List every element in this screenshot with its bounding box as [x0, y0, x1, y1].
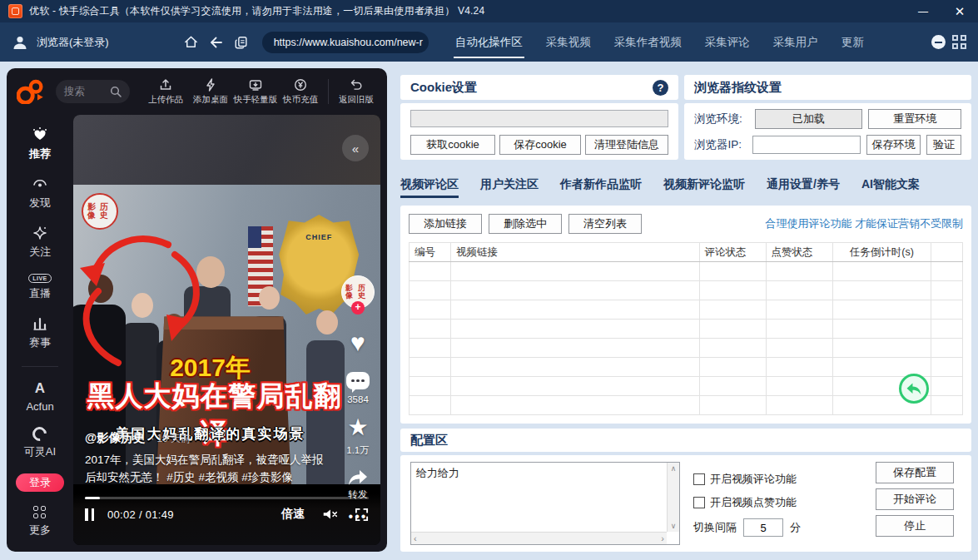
- save-cookie-button[interactable]: 保存cookie: [499, 135, 581, 155]
- sidebar-item-esports[interactable]: 赛事: [29, 315, 51, 350]
- video-player[interactable]: « CHIEF 影像 历史: [73, 115, 380, 545]
- qr-code-icon[interactable]: [952, 35, 966, 49]
- green-back-button[interactable]: [899, 374, 929, 404]
- close-button[interactable]: ✕: [941, 0, 978, 22]
- col-like-status[interactable]: 点赞状态: [766, 243, 832, 262]
- col-countdown[interactable]: 任务倒计时(s): [832, 243, 931, 262]
- more-options-icon[interactable]: •••: [349, 509, 368, 524]
- col-video-link[interactable]: 视频链接: [451, 243, 699, 262]
- fingerprint-section-body: 浏览环境: 已加载 重置环境 浏览器IP: 保存环境 验证: [684, 103, 971, 160]
- tab-collect-comment[interactable]: 采集评论: [693, 22, 762, 62]
- table-row[interactable]: [410, 262, 963, 281]
- login-button[interactable]: 登录: [16, 473, 64, 492]
- col-comment-status[interactable]: 评论状态: [699, 243, 766, 262]
- share-icon[interactable]: [347, 468, 369, 487]
- upload-icon: [159, 78, 172, 92]
- tab-ai-copywriting[interactable]: AI智能文案: [861, 173, 920, 200]
- kuaishou-lite-button[interactable]: 快手轻量版: [233, 78, 278, 106]
- tab-general-settings[interactable]: 通用设置/养号: [767, 173, 840, 200]
- minimize-button[interactable]: —: [905, 0, 941, 22]
- star-icon[interactable]: ★: [347, 416, 368, 439]
- kling-ai-icon: [30, 424, 50, 444]
- browser-account-label[interactable]: 浏览器(未登录): [37, 35, 109, 50]
- cookie-section-body: 获取cookie 保存cookie 清理登陆信息: [400, 103, 678, 160]
- tab-author-new-work[interactable]: 作者新作品监听: [560, 173, 642, 200]
- speed-button[interactable]: 倍速: [281, 507, 305, 522]
- col-number[interactable]: 编号: [410, 243, 451, 262]
- table-row[interactable]: [410, 358, 963, 377]
- get-cookie-button[interactable]: 获取cookie: [410, 135, 495, 155]
- ip-label: 浏览器IP:: [694, 137, 747, 152]
- kuaishou-header: 搜索 上传作品 添加桌面 快手轻量版 快币充值 返回旧版: [7, 68, 387, 115]
- video-author[interactable]: @影像历史: [85, 430, 145, 446]
- table-row[interactable]: [410, 281, 963, 300]
- clear-login-button[interactable]: 清理登陆信息: [585, 135, 668, 155]
- table-row[interactable]: [410, 377, 963, 396]
- tab-collect-author-video[interactable]: 采集作者视频: [603, 22, 693, 62]
- url-bar[interactable]: https://www.kuaishou.com/new-r: [262, 32, 429, 53]
- sidebar-item-recommend[interactable]: 推荐: [29, 126, 51, 161]
- kuaishou-sidebar: 推荐 发现 关注 LIVE 直播 赛事 A Acfun: [7, 115, 73, 552]
- env-status-button[interactable]: 已加载: [755, 109, 863, 129]
- enable-comment-row: 开启视频评论功能: [693, 472, 797, 487]
- sidebar-item-kling-ai[interactable]: 可灵AI: [24, 427, 56, 459]
- pause-icon[interactable]: [85, 508, 94, 521]
- add-link-button[interactable]: 添加链接: [409, 214, 482, 234]
- enable-like-checkbox[interactable]: [693, 497, 705, 508]
- comment-icon[interactable]: [346, 372, 370, 389]
- reset-env-button[interactable]: 重置环境: [868, 109, 961, 129]
- coin-recharge-button[interactable]: 快币充值: [278, 78, 323, 106]
- search-input[interactable]: 搜索: [56, 80, 130, 103]
- tab-collect-video[interactable]: 采集视频: [534, 22, 603, 62]
- upload-work-button[interactable]: 上传作品: [143, 78, 188, 106]
- verify-button[interactable]: 验证: [926, 135, 961, 155]
- home-icon[interactable]: [181, 32, 202, 53]
- author-avatar[interactable]: 影像 历史 +: [341, 275, 375, 309]
- sidebar-item-acfun[interactable]: A Acfun: [26, 380, 53, 413]
- table-row[interactable]: [410, 339, 963, 358]
- clear-list-button[interactable]: 清空列表: [568, 214, 642, 234]
- add-desktop-button[interactable]: 添加桌面: [188, 78, 233, 106]
- video-progress-bar[interactable]: [85, 497, 369, 499]
- save-env-button[interactable]: 保存环境: [866, 135, 921, 155]
- table-row[interactable]: [410, 320, 963, 339]
- delete-selected-button[interactable]: 删除选中: [489, 214, 562, 234]
- help-icon[interactable]: ?: [653, 80, 668, 96]
- like-icon[interactable]: ♥: [350, 330, 365, 355]
- table-row[interactable]: [410, 300, 963, 320]
- back-old-version-button[interactable]: 返回旧版: [334, 78, 379, 106]
- tab-video-new-comment[interactable]: 视频新评论监听: [663, 173, 745, 200]
- sidebar-item-live[interactable]: LIVE 直播: [28, 274, 52, 301]
- tab-update[interactable]: 更新: [830, 22, 876, 62]
- collapse-panel-icon[interactable]: [931, 35, 946, 49]
- start-comment-button[interactable]: 开始评论: [876, 488, 954, 510]
- tab-video-comment[interactable]: 视频评论区: [400, 173, 459, 200]
- comment-text-area[interactable]: 给力给力 ∧∨ ‹›: [410, 462, 680, 545]
- heart-sparkle-icon: [32, 126, 48, 143]
- kuaishou-logo: [17, 79, 44, 104]
- mute-icon[interactable]: [321, 507, 338, 522]
- interval-input[interactable]: [743, 518, 783, 537]
- browser-ip-input[interactable]: [752, 136, 861, 154]
- enable-comment-checkbox[interactable]: [693, 473, 705, 485]
- back-icon[interactable]: [206, 32, 227, 53]
- sidebar-item-follow[interactable]: 关注: [29, 225, 51, 260]
- lightning-icon: [204, 78, 217, 92]
- sidebar-item-discover[interactable]: 发现: [29, 176, 51, 211]
- title-bar: 优软 - 快手综合工具（本软件仅供学习交流使用，请勿用于非法用途，一切后果由使用…: [0, 0, 978, 22]
- tab-collect-user[interactable]: 采集用户: [762, 22, 830, 62]
- collapse-video-button[interactable]: «: [342, 135, 369, 161]
- user-icon: [12, 34, 28, 51]
- sidebar-item-more[interactable]: 更多: [29, 506, 51, 538]
- live-icon: LIVE: [28, 274, 52, 283]
- save-config-button[interactable]: 保存配置: [876, 462, 954, 483]
- follow-plus-button[interactable]: +: [351, 301, 365, 315]
- tab-automation[interactable]: 自动化操作区: [444, 22, 534, 62]
- horizontal-scrollbar[interactable]: ‹›: [411, 532, 667, 544]
- copy-pages-icon[interactable]: [231, 32, 252, 53]
- table-row[interactable]: [410, 396, 963, 415]
- tab-user-follow[interactable]: 用户关注区: [480, 173, 539, 200]
- vertical-scrollbar[interactable]: ∧∨: [667, 463, 679, 532]
- cookie-input[interactable]: [410, 110, 668, 127]
- stop-button[interactable]: 停止: [876, 515, 954, 537]
